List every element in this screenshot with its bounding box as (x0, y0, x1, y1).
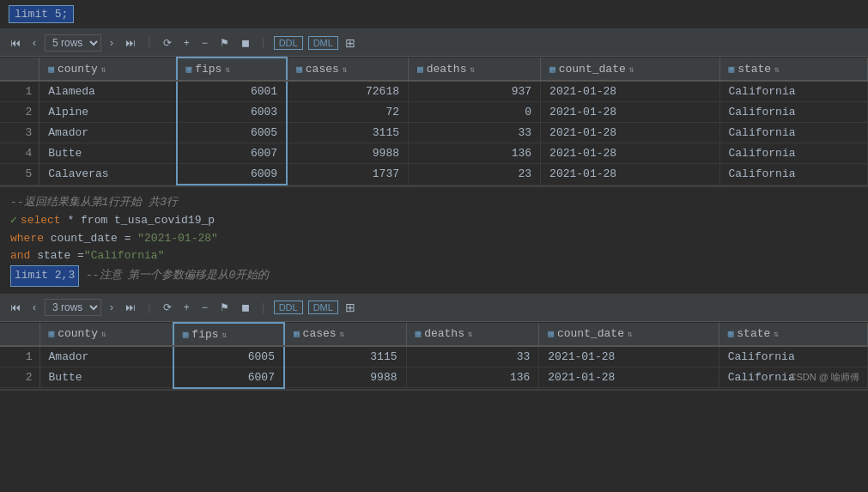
th-cases-1: ▦cases⇅ (287, 58, 408, 81)
sort-deaths-1[interactable]: ⇅ (470, 65, 475, 75)
stop-button-1[interactable]: ◼ (238, 35, 253, 51)
th-fips-2: ▦fips⇅ (173, 323, 284, 346)
table-row: 2 Alpine 6003 72 0 2021-01-28 California (0, 102, 868, 123)
first-page-button[interactable]: ⏮ (7, 35, 24, 51)
col-icon-cases-1: ▦ (296, 64, 302, 75)
sort-state-2[interactable]: ⇅ (774, 330, 779, 339)
sql-kw-select: select (21, 214, 61, 227)
cell-state: California (719, 346, 867, 367)
rows-select-1[interactable]: 5 rows (45, 34, 101, 52)
cell-county: Amador (39, 123, 177, 143)
sort-state-1[interactable]: ⇅ (774, 65, 780, 75)
th-state-1: ▦state⇅ (719, 58, 868, 81)
cell-fips: 6001 (177, 81, 288, 102)
top-bar: limit 5; (0, 0, 868, 29)
sql-val-state: "California" (84, 249, 165, 262)
col-icon-deaths-1: ▦ (417, 64, 423, 75)
sort-county-2[interactable]: ⇅ (101, 330, 106, 339)
sort-county-1[interactable]: ⇅ (101, 65, 106, 75)
sql-kw-where: where (10, 232, 44, 245)
cell-fips: 6005 (173, 346, 284, 367)
cell-countdate: 2021-01-28 (541, 81, 719, 102)
th-county-2: ▦county⇅ (39, 323, 173, 346)
last-page-button-2[interactable]: ⏭ (122, 300, 139, 315)
add-row-button-2[interactable]: + (180, 300, 193, 315)
cell-state: California (719, 164, 868, 185)
sql-line3: and state ="California" (10, 247, 858, 265)
cell-fips: 6005 (177, 123, 288, 143)
cell-rownum: 4 (0, 143, 39, 164)
cell-state: California (719, 123, 868, 143)
cell-deaths: 33 (406, 346, 539, 367)
dml-tag-1[interactable]: DML (308, 36, 338, 50)
dml-tag-2[interactable]: DML (308, 301, 338, 314)
sort-cases-1[interactable]: ⇅ (343, 65, 348, 75)
pin-button-1[interactable]: ⊞ (343, 34, 357, 52)
sort-fips-1[interactable]: ⇅ (225, 65, 230, 75)
limit-code: limit 5; (9, 5, 74, 23)
sort-countdate-1[interactable]: ⇅ (629, 65, 634, 75)
flag-button-2[interactable]: ⚑ (216, 300, 233, 315)
col-icon-state-1: ▦ (729, 64, 735, 75)
cell-cases: 72 (287, 102, 408, 123)
col-icon-countdate-2: ▦ (548, 329, 554, 339)
sep4: | (260, 301, 267, 314)
th-countdate-1: ▦count_date⇅ (541, 58, 719, 81)
cell-deaths: 136 (406, 367, 539, 388)
cell-rownum: 3 (0, 123, 39, 143)
th-deaths-1: ▦deaths⇅ (409, 58, 541, 81)
cell-cases: 9988 (287, 143, 408, 164)
cell-fips: 6007 (173, 367, 284, 388)
cell-countdate: 2021-01-28 (541, 164, 719, 185)
cell-countdate: 2021-01-28 (541, 123, 719, 143)
th-rownum-1 (0, 58, 39, 81)
next-page-button[interactable]: › (106, 35, 117, 51)
cell-rownum: 2 (0, 367, 39, 388)
pin-button-2[interactable]: ⊞ (343, 299, 357, 316)
cell-fips: 6007 (177, 143, 288, 164)
data-table-2: ▦county⇅ ▦fips⇅ ▦cases⇅ ▦deaths⇅ ▦count_… (0, 322, 868, 389)
first-page-button-2[interactable]: ⏮ (7, 300, 24, 315)
sql-line4: limit 2,3 --注意 第一个参数偏移是从0开始的 (10, 265, 858, 287)
col-icon-deaths-2: ▦ (416, 329, 422, 339)
sort-fips-2[interactable]: ⇅ (222, 331, 228, 340)
refresh-button-2[interactable]: ⟳ (160, 300, 175, 315)
prev-page-button-2[interactable]: ‹ (29, 300, 39, 315)
next-page-button-2[interactable]: › (106, 300, 117, 315)
cell-county: Amador (39, 346, 173, 367)
watermark: CSDN @ 喻师傅 (790, 371, 859, 384)
page: limit 5; ⏮ ‹ 5 rows › ⏭ | ⟳ + − ⚑ ◼ | DD… (0, 0, 868, 391)
col-icon-cases-2: ▦ (294, 329, 300, 339)
cell-state: California (719, 102, 868, 123)
cell-county: Calaveras (39, 164, 177, 185)
add-row-button-1[interactable]: + (180, 35, 193, 51)
cell-countdate: 2021-01-28 (541, 102, 719, 123)
rows-select-2[interactable]: 3 rows (45, 299, 101, 316)
cell-deaths: 33 (409, 123, 541, 143)
th-deaths-2: ▦deaths⇅ (406, 323, 539, 346)
flag-button-1[interactable]: ⚑ (216, 35, 233, 51)
cell-rownum: 2 (0, 102, 39, 123)
th-county-1: ▦county⇅ (39, 58, 177, 81)
sql-op-eq2: = (70, 249, 84, 262)
sort-deaths-2[interactable]: ⇅ (468, 330, 473, 339)
stop-button-2[interactable]: ◼ (238, 300, 253, 315)
sort-countdate-2[interactable]: ⇅ (628, 330, 633, 339)
ddl-tag-1[interactable]: DDL (274, 36, 303, 50)
sep1: | (146, 36, 153, 49)
remove-row-button-1[interactable]: − (198, 35, 211, 51)
last-page-button[interactable]: ⏭ (122, 35, 139, 51)
sort-cases-2[interactable]: ⇅ (340, 330, 345, 339)
table-header-row-2: ▦county⇅ ▦fips⇅ ▦cases⇅ ▦deaths⇅ ▦count_… (0, 323, 868, 346)
cell-cases: 3115 (284, 346, 406, 367)
sql-field-state: state (30, 249, 70, 262)
prev-page-button[interactable]: ‹ (29, 35, 39, 51)
refresh-button-1[interactable]: ⟳ (160, 35, 175, 51)
ddl-tag-2[interactable]: DDL (274, 301, 303, 314)
remove-row-button-2[interactable]: − (198, 300, 211, 315)
cell-fips: 6009 (177, 164, 288, 185)
table-row: 3 Amador 6005 3115 33 2021-01-28 Califor… (0, 123, 868, 143)
result-table-2: ▦county⇅ ▦fips⇅ ▦cases⇅ ▦deaths⇅ ▦count_… (0, 322, 868, 391)
toolbar-2: ⏮ ‹ 3 rows › ⏭ | ⟳ + − ⚑ ◼ | DDL DML ⊞ (0, 295, 868, 322)
sql-comment-inline: --注意 第一个参数偏移是从0开始的 (86, 269, 269, 282)
